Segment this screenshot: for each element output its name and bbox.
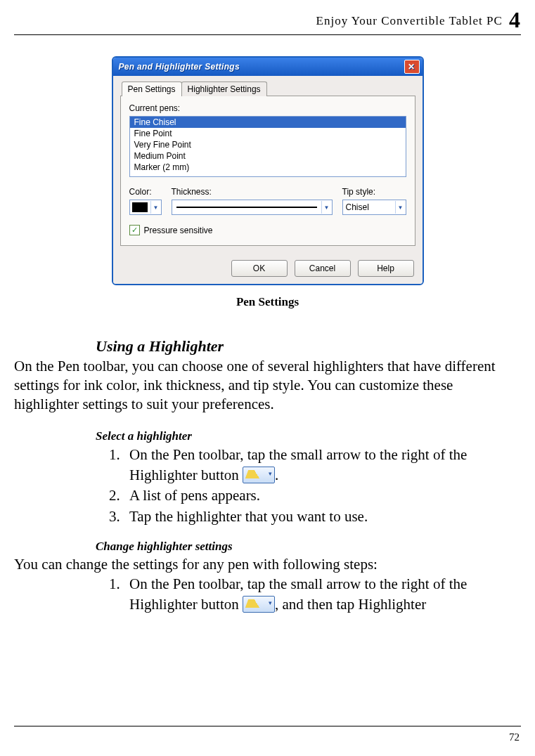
chevron-down-icon: ▼ [395, 201, 406, 214]
list-item: Tap the highlighter that you want to use… [124, 507, 514, 527]
current-pens-label: Current pens: [129, 103, 406, 113]
section-heading: Using a Highlighter [96, 337, 521, 356]
thickness-preview [176, 207, 317, 208]
pressure-checkbox[interactable]: ✓ [129, 225, 140, 235]
cancel-button[interactable]: Cancel [295, 260, 351, 277]
thickness-label: Thickness: [172, 187, 333, 197]
chapter-number: 4 [509, 7, 521, 32]
ok-button[interactable]: OK [231, 260, 288, 277]
tab-pen-settings[interactable]: Pen Settings [122, 82, 182, 96]
subsection-intro: You can change the settings for any pen … [14, 555, 521, 574]
chevron-down-icon: ▼ [321, 201, 332, 214]
list-item[interactable]: Fine Chisel [130, 117, 406, 128]
help-button[interactable]: Help [358, 260, 414, 277]
color-label: Color: [129, 187, 162, 197]
running-header: Enjoy Your Convertible Tablet PC 4 [14, 7, 521, 35]
pen-listbox[interactable]: Fine Chisel Fine Point Very Fine Point M… [129, 116, 406, 177]
subsection-heading-select: Select a highlighter [96, 429, 521, 443]
dialog-button-row: OK Cancel Help [113, 253, 423, 284]
page-number: 72 [509, 731, 520, 743]
list-item: On the Pen toolbar, tap the small arrow … [124, 574, 514, 615]
list-item[interactable]: Very Fine Point [130, 139, 406, 150]
dialog-figure: Pen and Highlighter Settings ✕ Pen Setti… [14, 56, 521, 285]
change-highlighter-steps: On the Pen toolbar, tap the small arrow … [96, 574, 514, 615]
highlighter-button-icon [243, 467, 275, 483]
list-item[interactable]: Marker (2 mm) [130, 162, 406, 173]
highlighter-button-icon [243, 596, 275, 613]
thickness-dropdown[interactable]: ▼ [172, 200, 333, 215]
figure-caption: Pen Settings [14, 295, 521, 309]
tip-style-dropdown[interactable]: Chisel ▼ [342, 200, 406, 215]
pen-settings-dialog: Pen and Highlighter Settings ✕ Pen Setti… [112, 56, 424, 285]
list-item: On the Pen toolbar, tap the small arrow … [124, 445, 514, 486]
tip-style-label: Tip style: [342, 187, 406, 197]
select-highlighter-steps: On the Pen toolbar, tap the small arrow … [96, 445, 514, 528]
color-dropdown[interactable]: ▼ [129, 200, 162, 215]
tip-style-value: Chisel [346, 202, 395, 212]
chapter-title: Enjoy Your Convertible Tablet PC [316, 14, 503, 27]
section-body: On the Pen toolbar, you can choose one o… [14, 357, 521, 414]
dialog-title-text: Pen and Highlighter Settings [119, 62, 240, 72]
tab-highlighter-settings[interactable]: Highlighter Settings [181, 82, 267, 96]
footer-rule [14, 726, 521, 726]
pressure-label: Pressure sensitive [144, 226, 213, 235]
dialog-titlebar: Pen and Highlighter Settings ✕ [113, 58, 423, 76]
list-item[interactable]: Medium Point [130, 150, 406, 162]
chevron-down-icon: ▼ [150, 201, 161, 214]
tab-strip: Pen Settings Highlighter Settings [122, 82, 415, 96]
color-swatch [132, 202, 148, 212]
tab-panel: Current pens: Fine Chisel Fine Point Ver… [120, 96, 415, 246]
subsection-heading-change: Change highlighter settings [96, 540, 521, 554]
close-icon[interactable]: ✕ [404, 60, 420, 74]
list-item: A list of pens appears. [124, 485, 514, 506]
list-item[interactable]: Fine Point [130, 128, 406, 139]
